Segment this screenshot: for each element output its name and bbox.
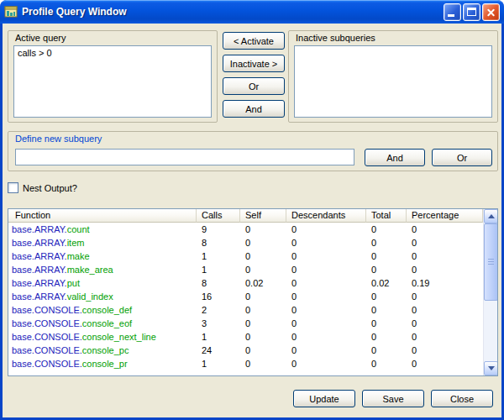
nest-output-checkbox[interactable] [8,182,18,193]
function-cell: base.ARRAY.count [8,223,197,236]
subquery-and-button[interactable]: And [365,149,425,166]
function-cell: base.CONSOLE.console_def [8,303,197,317]
table-header: FunctionCallsSelfDescendantsTotalPercent… [8,209,483,223]
subquery-input[interactable] [15,149,354,165]
table-row[interactable]: base.CONSOLE.console_def20000 [8,303,483,317]
close-button[interactable] [482,3,500,21]
titlebar[interactable]: Profile Query Window [0,0,504,24]
value-cell: 2 [197,303,240,317]
value-cell: 0 [407,236,483,249]
value-cell: 1 [197,249,240,263]
arrow-up-icon [488,214,495,218]
value-cell: 0 [407,330,483,344]
inactive-subqueries-label: Inactive subqueries [296,33,375,43]
value-cell: 0 [366,357,407,370]
value-cell: 0 [407,344,483,357]
value-cell: 8 [197,276,240,290]
value-cell: 16 [197,290,240,303]
table-row[interactable]: base.ARRAY.make_area10000 [8,263,483,276]
column-header-self[interactable]: Self [240,209,286,223]
value-cell: 0 [366,344,407,357]
value-cell: 0 [366,223,407,236]
table-row[interactable]: base.CONSOLE.console_next_line10000 [8,330,483,344]
client-area: Active query calls > 0 < Activate Inacti… [3,24,501,417]
maximize-button[interactable] [463,3,480,21]
value-cell: 24 [197,344,240,357]
function-cell: base.CONSOLE.console_pr [8,357,197,370]
column-header-descendants[interactable]: Descendants [286,209,366,223]
value-cell: 0 [366,263,407,276]
and-button[interactable]: And [223,100,285,118]
value-cell: 1 [197,357,240,370]
value-cell: 0 [286,357,366,370]
value-cell: 0.02 [366,276,407,290]
value-cell: 0 [366,236,407,249]
active-query-item[interactable]: calls > 0 [14,46,211,60]
column-header-function[interactable]: Function [8,209,197,223]
value-cell: 0 [407,223,483,236]
table-row[interactable]: base.ARRAY.put80.0200.020.19 [8,276,483,290]
nest-output-label: Nest Output? [23,183,77,193]
function-cell: base.ARRAY.make [8,249,197,263]
table-row[interactable]: base.ARRAY.count90000 [8,223,483,236]
table-row[interactable]: base.CONSOLE.console_pr10000 [8,357,483,370]
function-cell: base.ARRAY.item [8,236,197,249]
arrow-down-icon [488,366,495,370]
column-header-percentage[interactable]: Percentage [407,209,483,223]
update-button[interactable]: Update [293,390,355,407]
active-query-group: Active query calls > 0 [8,30,218,123]
active-query-list[interactable]: calls > 0 [13,45,212,118]
value-cell: 0 [240,290,286,303]
value-cell: 0 [240,317,286,330]
inactive-subqueries-list[interactable] [294,45,492,118]
window-icon[interactable] [4,5,18,18]
value-cell: 0 [286,236,366,249]
table-row[interactable]: base.CONSOLE.console_pc240000 [8,344,483,357]
value-cell: 0 [366,330,407,344]
inactive-subqueries-group: Inactive subqueries [288,30,498,123]
scrollbar-thumb[interactable] [484,223,498,301]
function-cell: base.ARRAY.make_area [8,263,197,276]
value-cell: 0 [407,303,483,317]
minimize-button[interactable] [444,3,461,21]
table-row[interactable]: base.ARRAY.make10000 [8,249,483,263]
scroll-down-button[interactable] [484,361,498,375]
value-cell: 0 [240,303,286,317]
subquery-or-button[interactable]: Or [432,149,492,166]
value-cell: 0 [407,357,483,370]
value-cell: 9 [197,223,240,236]
column-header-calls[interactable]: Calls [197,209,240,223]
define-subquery-label: Define new subquery [15,134,102,144]
value-cell: 1 [197,330,240,344]
function-cell: base.ARRAY.valid_index [8,290,197,303]
table-row[interactable]: base.CONSOLE.console_eof30000 [8,317,483,330]
column-header-total[interactable]: Total [366,209,407,223]
table-row[interactable]: base.ARRAY.valid_index160000 [8,290,483,303]
value-cell: 0 [286,290,366,303]
value-cell: 0 [286,317,366,330]
value-cell: 0 [286,223,366,236]
value-cell: 0 [240,263,286,276]
vertical-scrollbar[interactable] [483,209,497,375]
scroll-up-button[interactable] [484,209,498,223]
inactivate-button[interactable]: Inactivate > [223,55,285,72]
function-cell: base.CONSOLE.console_eof [8,317,197,330]
activate-button[interactable]: < Activate [223,32,285,50]
value-cell: 0 [407,263,483,276]
or-button[interactable]: Or [223,77,285,95]
value-cell: 0 [286,249,366,263]
table-body: base.ARRAY.count90000base.ARRAY.item8000… [8,223,483,375]
save-button[interactable]: Save [362,390,424,407]
value-cell: 1 [197,263,240,276]
value-cell: 0.02 [240,276,286,290]
value-cell: 0 [286,303,366,317]
value-cell: 0 [286,344,366,357]
value-cell: 0 [240,357,286,370]
close-dialog-button[interactable]: Close [431,390,493,407]
profile-query-window: Profile Query Window Active query calls … [0,0,504,420]
value-cell: 0 [286,330,366,344]
value-cell: 0 [240,223,286,236]
value-cell: 0 [366,303,407,317]
table-row[interactable]: base.ARRAY.item80000 [8,236,483,249]
value-cell: 0.19 [407,276,483,290]
